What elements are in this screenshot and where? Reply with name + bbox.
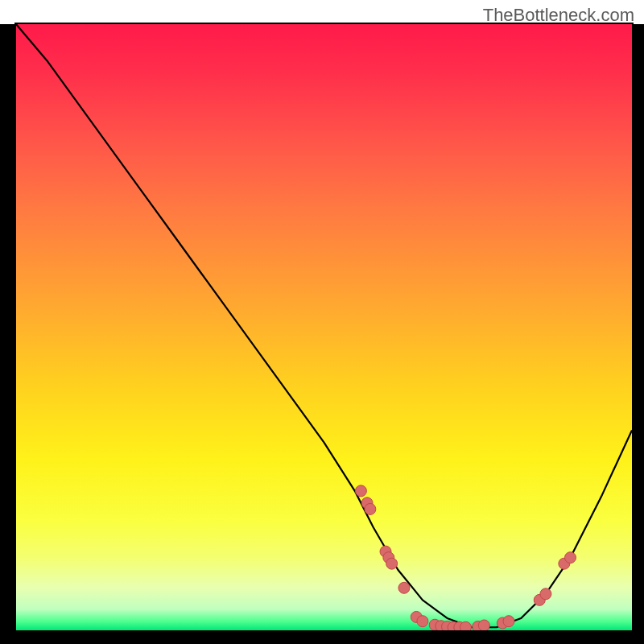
svg-point-17 (478, 620, 489, 631)
svg-rect-24 (0, 24, 16, 644)
svg-point-19 (503, 616, 514, 627)
svg-point-9 (417, 616, 428, 627)
svg-point-21 (540, 588, 551, 600)
svg-point-6 (386, 558, 398, 569)
chart-container: TheBottleneck.com (0, 0, 644, 644)
svg-rect-26 (0, 630, 644, 644)
svg-rect-0 (16, 24, 632, 630)
watermark-text: TheBottleneck.com (483, 5, 634, 26)
svg-point-3 (365, 503, 376, 514)
bottleneck-chart (0, 0, 644, 644)
svg-point-1 (355, 485, 366, 497)
svg-point-7 (398, 582, 410, 593)
svg-rect-25 (632, 24, 644, 644)
svg-point-23 (565, 552, 576, 564)
